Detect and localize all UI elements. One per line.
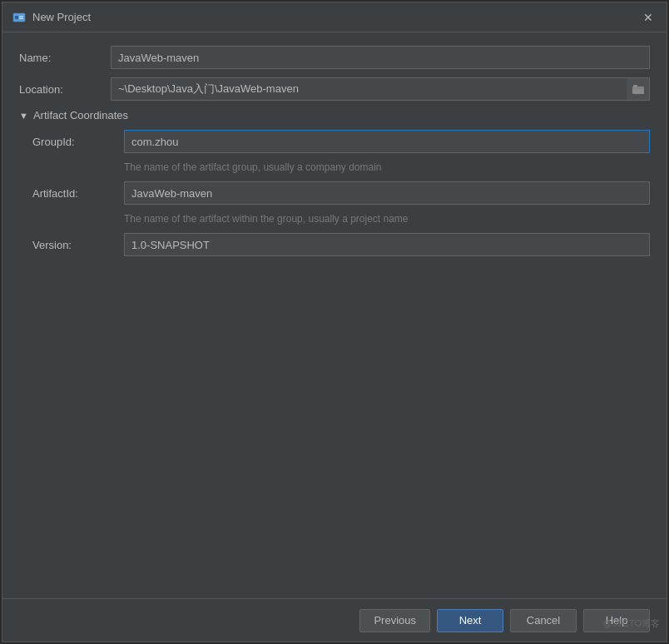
next-button[interactable]: Next	[437, 609, 503, 632]
section-content: GroupId: The name of the artifact group,…	[19, 130, 650, 256]
artifact-id-row: ArtifactId:	[32, 181, 650, 205]
location-input-wrap	[111, 77, 650, 101]
svg-rect-5	[633, 85, 637, 87]
version-label: Version:	[32, 239, 124, 251]
artifact-id-label: ArtifactId:	[32, 187, 124, 200]
artifact-id-input[interactable]	[124, 181, 650, 205]
name-input[interactable]	[111, 46, 650, 69]
svg-rect-1	[15, 16, 18, 19]
version-row: Version:	[32, 233, 650, 256]
version-input[interactable]	[124, 233, 650, 256]
svg-rect-2	[19, 16, 23, 17]
previous-button[interactable]: Previous	[359, 609, 430, 632]
browse-button[interactable]	[627, 77, 650, 101]
watermark: @51CTO博客	[603, 617, 660, 630]
artifact-id-hint: The name of the artifact within the grou…	[32, 213, 650, 225]
svg-rect-4	[632, 87, 644, 94]
new-project-dialog: New Project ✕ Name: Location:	[2, 2, 667, 642]
title-bar-left: New Project	[12, 11, 91, 24]
collapse-triangle-icon[interactable]: ▼	[19, 111, 28, 121]
cancel-button[interactable]: Cancel	[510, 609, 577, 632]
section-title: Artifact Coordinates	[33, 109, 128, 121]
group-id-label: GroupId:	[32, 136, 124, 148]
location-label: Location:	[19, 83, 111, 96]
artifact-coordinates-section: ▼ Artifact Coordinates	[19, 109, 650, 121]
close-button[interactable]: ✕	[640, 9, 657, 26]
name-label: Name:	[19, 52, 111, 64]
dialog-content: Name: Location: ▼ Artifact Coordinates	[2, 32, 667, 598]
title-bar: New Project ✕	[2, 2, 667, 32]
group-id-row: GroupId:	[32, 130, 650, 153]
group-id-hint: The name of the artifact group, usually …	[32, 161, 650, 173]
dialog-title: New Project	[32, 11, 91, 23]
svg-rect-3	[19, 17, 23, 19]
location-input[interactable]	[111, 77, 627, 101]
name-row: Name:	[19, 46, 650, 69]
group-id-input[interactable]	[124, 130, 650, 153]
app-icon	[12, 11, 26, 24]
dialog-footer: Previous Next Cancel Help	[2, 598, 667, 642]
location-row: Location:	[19, 77, 650, 101]
